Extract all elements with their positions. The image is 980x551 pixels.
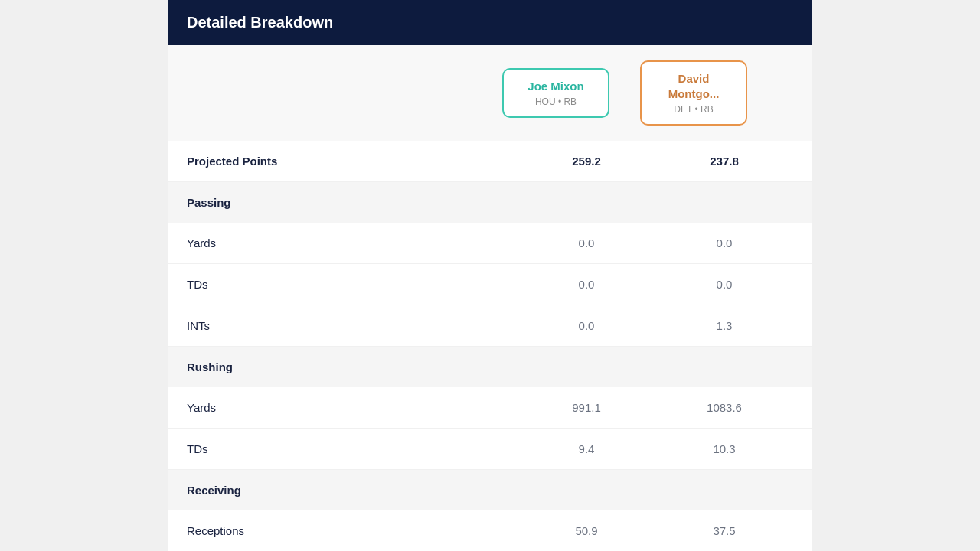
passing-section-header: Passing — [168, 182, 812, 223]
player2-team: DET • RB — [654, 104, 733, 115]
projected-points-val1: 259.2 — [518, 155, 655, 168]
passing-yards-row: Yards 0.0 0.0 — [168, 223, 812, 264]
player1-team: HOU • RB — [516, 96, 596, 107]
section-header: Detailed Breakdown — [168, 0, 812, 45]
receptions-val2: 37.5 — [655, 524, 793, 537]
passing-yards-val1: 0.0 — [518, 236, 655, 249]
rushing-tds-row: TDs 9.4 10.3 — [168, 429, 812, 470]
passing-tds-val2: 0.0 — [655, 278, 793, 291]
rushing-yards-label: Yards — [187, 401, 518, 414]
main-container: Detailed Breakdown Joe Mixon HOU • RB Da… — [168, 0, 812, 551]
passing-ints-row: INTs 0.0 1.3 — [168, 305, 812, 347]
rushing-label: Rushing — [187, 360, 233, 373]
passing-ints-val1: 0.0 — [518, 319, 655, 332]
receptions-label: Receptions — [187, 524, 518, 537]
passing-tds-val1: 0.0 — [518, 278, 655, 291]
rushing-tds-label: TDs — [187, 442, 518, 455]
passing-tds-label: TDs — [187, 278, 518, 291]
rushing-tds-val1: 9.4 — [518, 442, 655, 455]
rushing-yards-val1: 991.1 — [518, 401, 655, 414]
rushing-tds-val2: 10.3 — [655, 442, 793, 455]
passing-ints-val2: 1.3 — [655, 319, 793, 332]
stats-table: Projected Points 259.2 237.8 Passing Yar… — [168, 141, 812, 551]
passing-tds-row: TDs 0.0 0.0 — [168, 264, 812, 305]
projected-points-val2: 237.8 — [655, 155, 793, 168]
receiving-section-header: Receiving — [168, 470, 812, 510]
player-card-david: David Montgo... DET • RB — [640, 60, 747, 126]
passing-label: Passing — [187, 196, 231, 209]
player1-name: Joe Mixon — [516, 79, 596, 94]
receptions-val1: 50.9 — [518, 524, 655, 537]
player-row: Joe Mixon HOU • RB David Montgo... DET •… — [168, 45, 812, 141]
rushing-yards-row: Yards 991.1 1083.6 — [168, 387, 812, 429]
receptions-row: Receptions 50.9 37.5 — [168, 510, 812, 551]
passing-yards-label: Yards — [187, 236, 518, 249]
rushing-section-header: Rushing — [168, 347, 812, 387]
receiving-label: Receiving — [187, 484, 241, 497]
header-title: Detailed Breakdown — [187, 14, 333, 31]
passing-ints-label: INTs — [187, 319, 518, 332]
projected-points-row: Projected Points 259.2 237.8 — [168, 141, 812, 182]
player-card-joe: Joe Mixon HOU • RB — [502, 68, 609, 119]
player2-name: David Montgo... — [654, 71, 733, 101]
projected-points-label: Projected Points — [187, 155, 518, 168]
rushing-yards-val2: 1083.6 — [655, 401, 793, 414]
passing-yards-val2: 0.0 — [655, 236, 793, 249]
